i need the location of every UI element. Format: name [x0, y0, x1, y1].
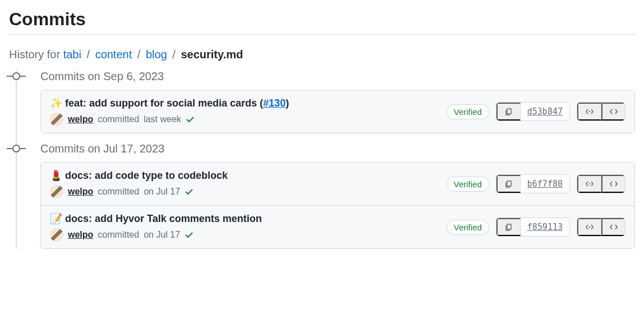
code-dot-icon: [585, 179, 594, 188]
commit-date-label: Commits on Jul 17, 2023: [40, 142, 164, 155]
browse-repo-button[interactable]: [577, 103, 601, 121]
svg-point-0: [589, 111, 590, 112]
code-icon: [609, 223, 618, 232]
breadcrumb-current: security.md: [181, 48, 243, 61]
browse-repo-button[interactable]: [577, 218, 601, 236]
verified-badge[interactable]: Verified: [447, 104, 489, 119]
breadcrumb-link-content[interactable]: content: [95, 48, 132, 61]
pr-link[interactable]: #130: [263, 98, 286, 109]
view-code-button[interactable]: [601, 218, 625, 236]
breadcrumb-separator: /: [137, 48, 141, 61]
copy-hash-button[interactable]: [496, 175, 521, 193]
commit-hash-group: b6f7f80: [496, 174, 570, 193]
commit-actions-group: [577, 174, 625, 193]
commit-hash-group: d53b847: [496, 102, 570, 121]
commit-hash-group: f859113: [496, 217, 570, 237]
copy-hash-button[interactable]: [496, 218, 521, 236]
commit-title[interactable]: ✨ feat: add support for social media car…: [50, 97, 447, 109]
copy-icon: [504, 179, 513, 188]
copy-hash-button[interactable]: [496, 103, 521, 121]
view-code-button[interactable]: [601, 175, 625, 193]
svg-point-1: [589, 183, 590, 184]
svg-point-2: [589, 226, 590, 228]
page-title: Commits: [9, 9, 635, 35]
breadcrumb-separator: /: [87, 48, 90, 61]
breadcrumb-link-tabi[interactable]: tabi: [63, 48, 81, 61]
view-code-button[interactable]: [601, 103, 625, 121]
verified-badge[interactable]: Verified: [447, 220, 489, 235]
commit-row: 💄 docs: add code type to codeblock welpo…: [41, 163, 634, 206]
code-dot-icon: [585, 107, 594, 116]
commit-hash-link[interactable]: f859113: [521, 218, 569, 236]
commit-date-header: Commits on Sep 6, 2023: [40, 70, 635, 83]
commit-actions-group: [577, 217, 625, 237]
commit-author-link[interactable]: welpo: [68, 230, 93, 240]
commit-timeline: Commits on Sep 6, 2023 ✨ feat: add suppo…: [9, 70, 635, 249]
commit-group: ✨ feat: add support for social media car…: [40, 90, 635, 133]
verified-badge[interactable]: Verified: [447, 177, 489, 192]
commit-meta: welpo committed on Jul 17: [50, 228, 447, 242]
breadcrumb: History for tabi / content / blog / secu…: [9, 48, 635, 61]
commit-meta: welpo committed on Jul 17: [50, 185, 447, 198]
commit-author-link[interactable]: welpo: [68, 114, 93, 124]
code-dot-icon: [585, 223, 594, 232]
commit-date-label: Commits on Sep 6, 2023: [40, 70, 164, 82]
commit-hash-link[interactable]: b6f7f80: [521, 175, 569, 193]
commit-meta: welpo committed last week: [50, 113, 447, 126]
commit-hash-link[interactable]: d53b847: [521, 103, 569, 121]
browse-repo-button[interactable]: [577, 175, 601, 193]
check-icon[interactable]: [185, 187, 194, 196]
commit-row: 📝 docs: add Hyvor Talk comments mention …: [41, 206, 634, 248]
commit-emoji: 💄: [50, 170, 62, 181]
commit-actions-group: [577, 102, 625, 121]
copy-icon: [504, 107, 513, 116]
check-icon[interactable]: [186, 115, 195, 124]
commit-emoji: 📝: [50, 213, 62, 224]
commit-group: 💄 docs: add code type to codeblock welpo…: [40, 162, 635, 249]
commit-row: ✨ feat: add support for social media car…: [41, 90, 634, 133]
commit-author-link[interactable]: welpo: [68, 187, 93, 197]
commit-title[interactable]: 💄 docs: add code type to codeblock: [50, 169, 447, 182]
breadcrumb-separator: /: [172, 48, 176, 61]
avatar[interactable]: [50, 185, 63, 198]
breadcrumb-link-blog[interactable]: blog: [146, 48, 167, 61]
timeline-line: [16, 70, 17, 249]
commit-emoji: ✨: [50, 98, 62, 109]
check-icon[interactable]: [185, 230, 194, 239]
copy-icon: [504, 223, 513, 232]
avatar[interactable]: [50, 228, 63, 242]
avatar[interactable]: [50, 113, 63, 126]
commit-timeline-marker-icon: [12, 145, 20, 152]
breadcrumb-prefix: History for: [9, 48, 60, 61]
commit-date-header: Commits on Jul 17, 2023: [40, 142, 635, 155]
commit-title[interactable]: 📝 docs: add Hyvor Talk comments mention: [50, 212, 447, 225]
code-icon: [609, 179, 618, 188]
code-icon: [609, 107, 618, 116]
commit-timeline-marker-icon: [12, 72, 20, 80]
